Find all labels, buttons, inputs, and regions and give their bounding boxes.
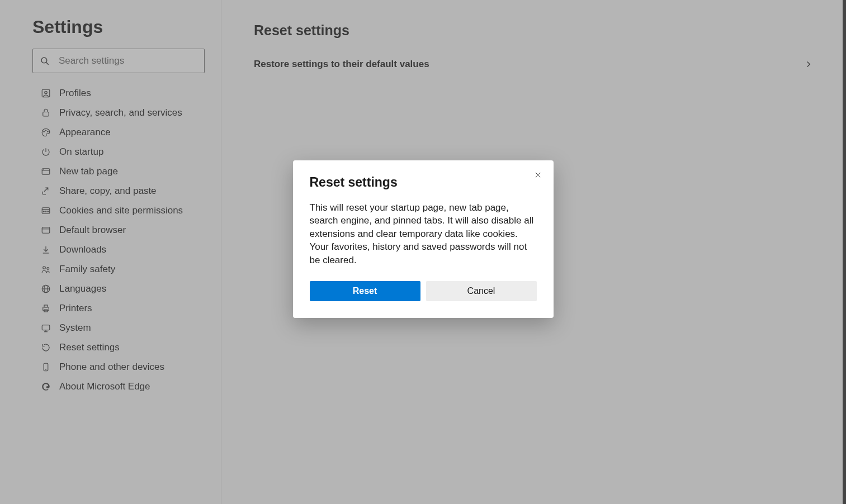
reset-button[interactable]: Reset bbox=[310, 281, 420, 301]
dialog-body-text: This will reset your startup page, new t… bbox=[310, 201, 537, 267]
modal-overlay: Reset settings This will reset your star… bbox=[0, 0, 846, 504]
dialog-actions: Reset Cancel bbox=[310, 281, 537, 301]
scrollbar[interactable] bbox=[843, 0, 846, 504]
cancel-button[interactable]: Cancel bbox=[426, 281, 537, 301]
reset-settings-dialog: Reset settings This will reset your star… bbox=[293, 160, 554, 318]
dialog-title: Reset settings bbox=[310, 175, 537, 190]
dialog-close-button[interactable] bbox=[532, 169, 543, 180]
close-icon bbox=[534, 171, 542, 179]
